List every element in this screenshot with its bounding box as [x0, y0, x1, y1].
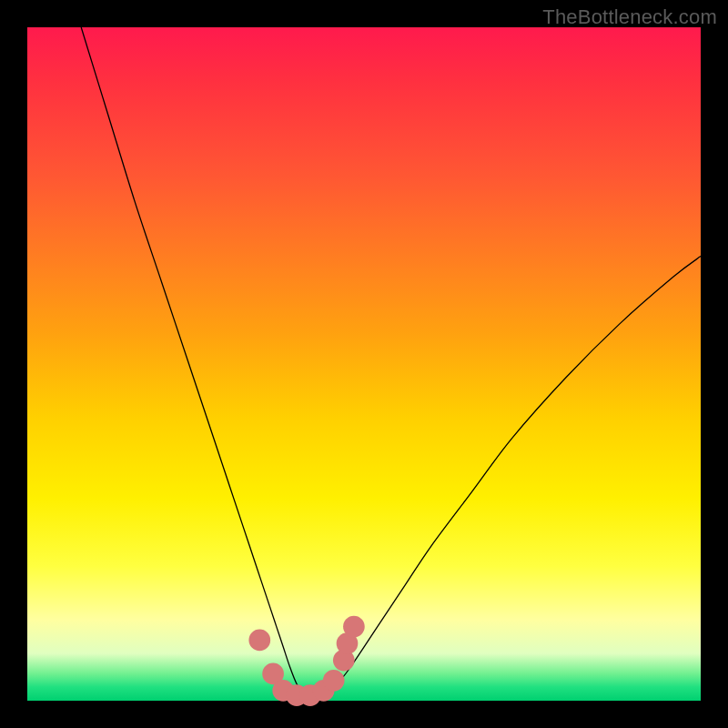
watermark-text: TheBottleneck.com — [542, 5, 717, 29]
highlight-dot — [323, 670, 345, 692]
bottleneck-curve-path — [81, 27, 701, 698]
chart-stage: TheBottleneck.com — [0, 0, 728, 728]
highlight-dots-group — [248, 616, 364, 706]
highlight-dot — [343, 616, 365, 638]
chart-svg — [27, 27, 701, 701]
highlight-dot — [248, 630, 270, 652]
